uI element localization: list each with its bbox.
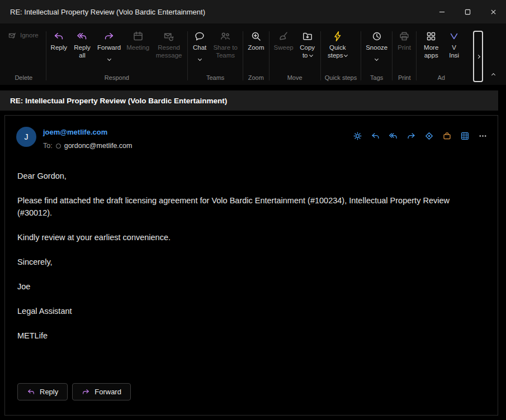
button-label: Share to Teams (213, 44, 237, 59)
sticky-note-app-button[interactable] (442, 131, 452, 141)
zoom-button[interactable]: Zoom (245, 28, 267, 54)
outlook-message-window: RE: Intellectual Property Review (Volo B… (0, 0, 506, 420)
sender-email-link[interactable]: joem@metlife.com (43, 127, 107, 136)
maximize-icon (465, 9, 471, 15)
footer-forward-button[interactable]: Forward (72, 383, 131, 400)
body-paragraph: Kindly review at your earliest convenien… (17, 231, 485, 244)
reply-all-icon (77, 31, 88, 42)
chevron-right-icon (476, 54, 480, 58)
forward-icon (103, 31, 115, 42)
button-label: Reply all (74, 44, 90, 59)
brightness-icon (353, 131, 362, 141)
reply-all-icon (389, 131, 398, 141)
ribbon-group-delete: Ignore Delete (3, 23, 44, 85)
meeting-icon (133, 31, 144, 42)
close-button[interactable] (480, 0, 506, 23)
minimize-icon (439, 9, 445, 15)
group-separator (187, 31, 188, 80)
reply-all-button[interactable]: Reply all (70, 28, 94, 61)
button-label: Sweep (274, 44, 294, 51)
group-separator (269, 31, 269, 80)
to-label: To: (43, 142, 53, 150)
minimize-button[interactable] (429, 0, 455, 23)
reply-button[interactable]: Reply (48, 28, 70, 54)
snooze-button[interactable]: Snooze (363, 28, 390, 60)
viva-insights-button[interactable]: V Insi (444, 28, 464, 61)
button-label: Forward (97, 44, 121, 51)
ribbon-group-quick-steps: Quick steps Quick steps (323, 23, 359, 85)
header-reply-button[interactable] (371, 131, 380, 141)
ignore-button[interactable]: Ignore (3, 28, 44, 44)
footer-reply-button[interactable]: Reply (17, 383, 68, 400)
ribbon-group-label: Quick steps (323, 73, 359, 85)
window-controls (429, 0, 506, 23)
body-paragraph: Sincerely, (17, 256, 485, 268)
chat-icon (194, 31, 205, 42)
recipient-row: To: gordonc@metlife.com (43, 142, 353, 150)
header-reply-all-button[interactable] (389, 131, 398, 141)
print-button[interactable]: Print (394, 28, 414, 54)
copy-to-button[interactable]: Copy to (296, 28, 319, 61)
reply-icon (53, 31, 64, 42)
tag-app-button[interactable] (424, 131, 434, 141)
button-label: Print (398, 44, 411, 51)
resend-message-button[interactable]: Resend message (152, 28, 186, 61)
ribbon-group-label: Tags (363, 73, 390, 85)
body-paragraph: Dear Gordon, (17, 170, 485, 182)
ribbon-group-tags: Snooze Tags (363, 23, 390, 85)
viva-insights-icon (448, 31, 460, 42)
header-forward-button[interactable] (406, 131, 416, 141)
body-paragraph: METLife (17, 330, 485, 342)
chevron-down-icon (375, 55, 378, 58)
chevron-down-icon (344, 51, 347, 59)
summarize-button[interactable] (353, 131, 362, 141)
ribbon-group-label: Print (394, 73, 414, 85)
share-to-teams-icon (220, 31, 231, 42)
body-paragraph: Legal Assistant (17, 305, 485, 317)
chat-button[interactable]: Chat (190, 28, 210, 60)
meeting-button[interactable]: Meeting (124, 28, 152, 54)
group-separator (243, 31, 243, 80)
more-apps-button[interactable]: More apps (418, 28, 444, 61)
copy-to-icon (302, 31, 313, 42)
sender-avatar[interactable]: J (16, 127, 36, 147)
more-actions-button[interactable] (478, 131, 488, 141)
zoom-icon (250, 31, 262, 42)
button-label: Reply (51, 44, 67, 51)
quick-steps-button[interactable]: Quick steps (323, 28, 353, 61)
chevron-down-icon (198, 55, 201, 58)
group-separator (392, 31, 392, 80)
forward-icon (82, 388, 90, 396)
footer-forward-label: Forward (94, 388, 121, 396)
collapse-ribbon-button[interactable] (490, 68, 497, 80)
ribbon-group-print: Print Print (394, 23, 414, 85)
forward-icon (406, 131, 416, 141)
ribbon-group-label: Ad (418, 73, 464, 85)
body-paragraph: Please find attached the draft licensing… (17, 194, 485, 219)
ribbon-group-add-ins: More apps V Insi Ad (418, 23, 464, 85)
body-paragraph: Joe (17, 280, 485, 293)
ribbon-group-label: Delete (3, 73, 44, 85)
ellipsis-icon (478, 131, 488, 141)
ribbon-group-label: Zoom (245, 73, 267, 85)
group-separator (320, 31, 321, 80)
sticky-note-icon (442, 131, 452, 141)
recipient-email[interactable]: gordonc@metlife.com (64, 142, 133, 150)
window-title: RE: Intellectual Property Review (Volo B… (0, 8, 205, 16)
maximize-button[interactable] (455, 0, 480, 23)
sweep-button[interactable]: Sweep (271, 28, 296, 54)
group-separator (361, 31, 361, 80)
diamond-tag-icon (424, 131, 434, 141)
more-apps-icon (425, 31, 437, 42)
ribbon-group-zoom: Zoom Zoom (245, 23, 267, 85)
button-label: V Insi (449, 44, 459, 59)
button-label: Quick steps (328, 44, 346, 59)
share-to-teams-button[interactable]: Share to Teams (210, 28, 241, 61)
printer-icon (399, 31, 410, 42)
apps-button[interactable] (460, 131, 470, 141)
close-icon (490, 9, 496, 15)
forward-button[interactable]: Forward (94, 28, 124, 60)
chevron-up-icon (491, 73, 495, 77)
message-header: J joem@metlife.com To: gordonc@metlife.c… (5, 116, 498, 150)
ribbon-scroll-right-button[interactable] (473, 31, 483, 82)
